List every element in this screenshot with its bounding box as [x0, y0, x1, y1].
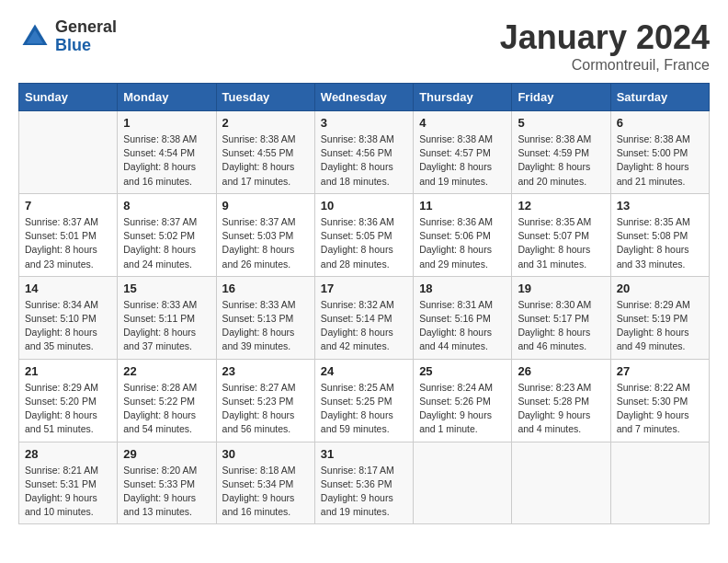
day-number: 21	[25, 364, 111, 378]
calendar-cell: 31Sunrise: 8:17 AMSunset: 5:36 PMDayligh…	[314, 442, 413, 524]
calendar-cell: 8Sunrise: 8:37 AMSunset: 5:02 PMDaylight…	[118, 193, 216, 276]
day-info: Sunrise: 8:38 AMSunset: 4:56 PMDaylight:…	[321, 132, 407, 189]
day-info: Sunrise: 8:37 AMSunset: 5:03 PMDaylight:…	[222, 215, 309, 271]
calendar-week-row: 1Sunrise: 8:38 AMSunset: 4:54 PMDaylight…	[19, 111, 710, 194]
calendar-cell	[414, 442, 512, 524]
calendar-cell: 30Sunrise: 8:18 AMSunset: 5:34 PMDayligh…	[216, 442, 314, 524]
calendar-cell: 19Sunrise: 8:30 AMSunset: 5:17 PMDayligh…	[512, 276, 610, 359]
day-info: Sunrise: 8:28 AMSunset: 5:22 PMDaylight:…	[123, 381, 210, 437]
day-number: 17	[321, 282, 407, 295]
day-info: Sunrise: 8:36 AMSunset: 5:05 PMDaylight:…	[321, 215, 407, 271]
calendar-cell: 29Sunrise: 8:20 AMSunset: 5:33 PMDayligh…	[118, 442, 216, 524]
calendar-cell: 11Sunrise: 8:36 AMSunset: 5:06 PMDayligh…	[414, 193, 512, 276]
day-info: Sunrise: 8:35 AMSunset: 5:08 PMDaylight:…	[617, 215, 703, 271]
calendar-cell: 15Sunrise: 8:33 AMSunset: 5:11 PMDayligh…	[118, 276, 216, 359]
day-number: 27	[617, 364, 703, 378]
calendar-cell: 7Sunrise: 8:37 AMSunset: 5:01 PMDaylight…	[19, 193, 118, 276]
calendar-cell: 13Sunrise: 8:35 AMSunset: 5:08 PMDayligh…	[610, 193, 709, 276]
day-number: 22	[123, 364, 210, 378]
day-number: 20	[617, 282, 703, 295]
day-number: 2	[222, 116, 309, 130]
day-number: 1	[123, 116, 210, 130]
day-number: 13	[617, 199, 703, 213]
month-title: January 2024	[500, 18, 710, 57]
calendar-cell: 5Sunrise: 8:38 AMSunset: 4:59 PMDaylight…	[512, 111, 610, 194]
calendar-cell: 24Sunrise: 8:25 AMSunset: 5:25 PMDayligh…	[314, 359, 413, 442]
day-number: 26	[518, 364, 604, 378]
day-info: Sunrise: 8:23 AMSunset: 5:28 PMDaylight:…	[518, 381, 604, 437]
calendar-cell: 26Sunrise: 8:23 AMSunset: 5:28 PMDayligh…	[512, 359, 610, 442]
calendar-cell: 18Sunrise: 8:31 AMSunset: 5:16 PMDayligh…	[414, 276, 512, 359]
day-info: Sunrise: 8:30 AMSunset: 5:17 PMDaylight:…	[518, 298, 604, 354]
day-info: Sunrise: 8:29 AMSunset: 5:20 PMDaylight:…	[25, 381, 111, 437]
calendar-cell: 20Sunrise: 8:29 AMSunset: 5:19 PMDayligh…	[610, 276, 709, 359]
calendar-cell	[610, 442, 709, 524]
calendar-cell: 4Sunrise: 8:38 AMSunset: 4:57 PMDaylight…	[414, 111, 512, 194]
day-number: 7	[25, 199, 111, 213]
day-number: 6	[617, 116, 703, 130]
day-number: 28	[25, 447, 111, 461]
calendar-cell: 25Sunrise: 8:24 AMSunset: 5:26 PMDayligh…	[414, 359, 512, 442]
calendar-cell: 14Sunrise: 8:34 AMSunset: 5:10 PMDayligh…	[19, 276, 118, 359]
logo: GeneralBlue	[18, 18, 117, 55]
day-info: Sunrise: 8:37 AMSunset: 5:01 PMDaylight:…	[25, 215, 111, 271]
day-number: 15	[123, 282, 210, 295]
day-info: Sunrise: 8:25 AMSunset: 5:25 PMDaylight:…	[321, 381, 407, 437]
day-number: 16	[222, 282, 309, 295]
calendar-cell	[19, 111, 118, 194]
title-block: January 2024 Cormontreuil, France	[500, 18, 710, 74]
day-number: 5	[518, 116, 604, 130]
calendar-cell: 12Sunrise: 8:35 AMSunset: 5:07 PMDayligh…	[512, 193, 610, 276]
calendar-table: SundayMondayTuesdayWednesdayThursdayFrid…	[18, 83, 710, 524]
day-info: Sunrise: 8:38 AMSunset: 5:00 PMDaylight:…	[617, 132, 703, 189]
calendar-cell: 16Sunrise: 8:33 AMSunset: 5:13 PMDayligh…	[216, 276, 314, 359]
calendar-cell	[512, 442, 610, 524]
day-info: Sunrise: 8:38 AMSunset: 4:54 PMDaylight:…	[123, 132, 210, 189]
calendar-cell: 3Sunrise: 8:38 AMSunset: 4:56 PMDaylight…	[314, 111, 413, 194]
day-info: Sunrise: 8:36 AMSunset: 5:06 PMDaylight:…	[419, 215, 506, 271]
day-info: Sunrise: 8:21 AMSunset: 5:31 PMDaylight:…	[25, 464, 111, 520]
calendar-cell: 2Sunrise: 8:38 AMSunset: 4:55 PMDaylight…	[216, 111, 314, 194]
day-number: 25	[419, 364, 506, 378]
column-header-thursday: Thursday	[414, 84, 512, 111]
column-header-friday: Friday	[512, 84, 610, 111]
day-info: Sunrise: 8:22 AMSunset: 5:30 PMDaylight:…	[617, 381, 703, 437]
calendar-cell: 28Sunrise: 8:21 AMSunset: 5:31 PMDayligh…	[19, 442, 118, 524]
day-info: Sunrise: 8:33 AMSunset: 5:13 PMDaylight:…	[222, 298, 309, 354]
calendar-cell: 9Sunrise: 8:37 AMSunset: 5:03 PMDaylight…	[216, 193, 314, 276]
day-number: 12	[518, 199, 604, 213]
calendar-cell: 17Sunrise: 8:32 AMSunset: 5:14 PMDayligh…	[314, 276, 413, 359]
day-number: 30	[222, 447, 309, 461]
day-number: 11	[419, 199, 506, 213]
calendar-cell: 6Sunrise: 8:38 AMSunset: 5:00 PMDaylight…	[610, 111, 709, 194]
logo-icon	[18, 20, 51, 53]
calendar-week-row: 21Sunrise: 8:29 AMSunset: 5:20 PMDayligh…	[19, 359, 710, 442]
day-info: Sunrise: 8:18 AMSunset: 5:34 PMDaylight:…	[222, 464, 309, 520]
day-info: Sunrise: 8:38 AMSunset: 4:55 PMDaylight:…	[222, 132, 309, 189]
day-info: Sunrise: 8:33 AMSunset: 5:11 PMDaylight:…	[123, 298, 210, 354]
day-number: 18	[419, 282, 506, 295]
calendar-cell: 22Sunrise: 8:28 AMSunset: 5:22 PMDayligh…	[118, 359, 216, 442]
day-number: 10	[321, 199, 407, 213]
page-header: GeneralBlue January 2024 Cormontreuil, F…	[18, 18, 710, 74]
day-info: Sunrise: 8:38 AMSunset: 4:59 PMDaylight:…	[518, 132, 604, 189]
column-header-wednesday: Wednesday	[314, 84, 413, 111]
day-info: Sunrise: 8:27 AMSunset: 5:23 PMDaylight:…	[222, 381, 309, 437]
day-number: 23	[222, 364, 309, 378]
column-header-monday: Monday	[118, 84, 216, 111]
day-number: 9	[222, 199, 309, 213]
day-info: Sunrise: 8:20 AMSunset: 5:33 PMDaylight:…	[123, 464, 210, 520]
day-number: 29	[123, 447, 210, 461]
location-subtitle: Cormontreuil, France	[500, 57, 710, 74]
calendar-header-row: SundayMondayTuesdayWednesdayThursdayFrid…	[19, 84, 710, 111]
day-number: 4	[419, 116, 506, 130]
calendar-cell: 23Sunrise: 8:27 AMSunset: 5:23 PMDayligh…	[216, 359, 314, 442]
calendar-cell: 10Sunrise: 8:36 AMSunset: 5:05 PMDayligh…	[314, 193, 413, 276]
day-number: 19	[518, 282, 604, 295]
day-number: 8	[123, 199, 210, 213]
calendar-cell: 1Sunrise: 8:38 AMSunset: 4:54 PMDaylight…	[118, 111, 216, 194]
calendar-week-row: 28Sunrise: 8:21 AMSunset: 5:31 PMDayligh…	[19, 442, 710, 524]
day-number: 31	[321, 447, 407, 461]
day-info: Sunrise: 8:17 AMSunset: 5:36 PMDaylight:…	[321, 464, 407, 520]
logo-text: GeneralBlue	[55, 18, 117, 55]
